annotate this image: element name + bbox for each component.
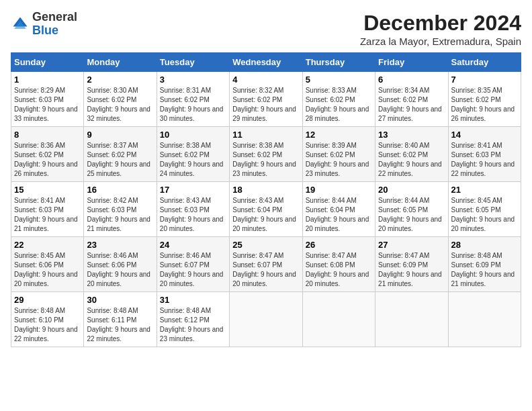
weekday-header-row: SundayMondayTuesdayWednesdayThursdayFrid… bbox=[11, 53, 521, 72]
calendar-cell bbox=[448, 292, 521, 347]
calendar-cell: 21 Sunrise: 8:45 AM Sunset: 6:05 PM Dayl… bbox=[448, 182, 521, 237]
logo-icon bbox=[11, 15, 30, 34]
day-number: 14 bbox=[451, 130, 518, 140]
day-number: 6 bbox=[378, 75, 445, 85]
calendar-cell: 7 Sunrise: 8:35 AM Sunset: 6:02 PM Dayli… bbox=[448, 72, 521, 127]
calendar-cell: 28 Sunrise: 8:48 AM Sunset: 6:09 PM Dayl… bbox=[448, 237, 521, 292]
day-info: Sunrise: 8:46 AM Sunset: 6:06 PM Dayligh… bbox=[87, 251, 153, 289]
day-info: Sunrise: 8:38 AM Sunset: 6:02 PM Dayligh… bbox=[160, 141, 226, 179]
weekday-header-tuesday: Tuesday bbox=[157, 53, 229, 72]
calendar-cell: 14 Sunrise: 8:41 AM Sunset: 6:03 PM Dayl… bbox=[448, 127, 521, 182]
day-number: 3 bbox=[160, 75, 226, 85]
day-number: 31 bbox=[160, 295, 226, 305]
calendar-cell: 2 Sunrise: 8:30 AM Sunset: 6:02 PM Dayli… bbox=[84, 72, 157, 127]
calendar-week-4: 22 Sunrise: 8:45 AM Sunset: 6:06 PM Dayl… bbox=[11, 237, 521, 292]
title-block: December 2024 Zarza la Mayor, Extremadur… bbox=[360, 11, 521, 47]
day-info: Sunrise: 8:42 AM Sunset: 6:03 PM Dayligh… bbox=[87, 196, 153, 234]
calendar-cell: 6 Sunrise: 8:34 AM Sunset: 6:02 PM Dayli… bbox=[375, 72, 448, 127]
calendar-cell: 29 Sunrise: 8:48 AM Sunset: 6:10 PM Dayl… bbox=[11, 292, 84, 347]
weekday-header-thursday: Thursday bbox=[302, 53, 375, 72]
calendar-cell: 19 Sunrise: 8:44 AM Sunset: 6:04 PM Dayl… bbox=[302, 182, 375, 237]
day-number: 5 bbox=[306, 75, 372, 85]
calendar-cell: 18 Sunrise: 8:43 AM Sunset: 6:04 PM Dayl… bbox=[230, 182, 302, 237]
day-number: 15 bbox=[14, 185, 81, 195]
day-number: 20 bbox=[378, 185, 445, 195]
day-info: Sunrise: 8:41 AM Sunset: 6:03 PM Dayligh… bbox=[14, 196, 81, 234]
day-info: Sunrise: 8:34 AM Sunset: 6:02 PM Dayligh… bbox=[378, 86, 445, 124]
day-number: 27 bbox=[378, 240, 445, 250]
day-number: 8 bbox=[14, 130, 81, 140]
calendar-cell: 27 Sunrise: 8:47 AM Sunset: 6:09 PM Dayl… bbox=[375, 237, 448, 292]
logo-general-text: General bbox=[32, 10, 77, 24]
calendar-cell: 30 Sunrise: 8:48 AM Sunset: 6:11 PM Dayl… bbox=[84, 292, 157, 347]
day-info: Sunrise: 8:39 AM Sunset: 6:02 PM Dayligh… bbox=[306, 141, 372, 179]
calendar-cell: 23 Sunrise: 8:46 AM Sunset: 6:06 PM Dayl… bbox=[84, 237, 157, 292]
day-number: 2 bbox=[87, 75, 153, 85]
day-number: 17 bbox=[160, 185, 226, 195]
day-info: Sunrise: 8:43 AM Sunset: 6:03 PM Dayligh… bbox=[160, 196, 226, 234]
day-number: 9 bbox=[87, 130, 153, 140]
month-year-title: December 2024 bbox=[360, 11, 521, 36]
day-number: 23 bbox=[87, 240, 153, 250]
day-number: 4 bbox=[232, 75, 299, 85]
location-text: Zarza la Mayor, Extremadura, Spain bbox=[360, 36, 521, 47]
calendar-week-2: 8 Sunrise: 8:36 AM Sunset: 6:02 PM Dayli… bbox=[11, 127, 521, 182]
day-number: 12 bbox=[306, 130, 372, 140]
day-number: 30 bbox=[87, 295, 153, 305]
day-number: 22 bbox=[14, 240, 81, 250]
day-info: Sunrise: 8:48 AM Sunset: 6:09 PM Dayligh… bbox=[451, 251, 518, 289]
day-number: 7 bbox=[451, 75, 518, 85]
calendar-week-1: 1 Sunrise: 8:29 AM Sunset: 6:03 PM Dayli… bbox=[11, 72, 521, 127]
day-info: Sunrise: 8:47 AM Sunset: 6:07 PM Dayligh… bbox=[232, 251, 299, 289]
calendar-cell: 17 Sunrise: 8:43 AM Sunset: 6:03 PM Dayl… bbox=[157, 182, 229, 237]
calendar-cell: 1 Sunrise: 8:29 AM Sunset: 6:03 PM Dayli… bbox=[11, 72, 84, 127]
day-info: Sunrise: 8:30 AM Sunset: 6:02 PM Dayligh… bbox=[87, 86, 153, 124]
day-number: 21 bbox=[451, 185, 518, 195]
day-info: Sunrise: 8:35 AM Sunset: 6:02 PM Dayligh… bbox=[451, 86, 518, 124]
day-info: Sunrise: 8:33 AM Sunset: 6:02 PM Dayligh… bbox=[306, 86, 372, 124]
weekday-header-wednesday: Wednesday bbox=[230, 53, 302, 72]
day-number: 26 bbox=[306, 240, 372, 250]
calendar-cell: 22 Sunrise: 8:45 AM Sunset: 6:06 PM Dayl… bbox=[11, 237, 84, 292]
page-header: General Blue December 2024 Zarza la Mayo… bbox=[11, 11, 521, 47]
day-info: Sunrise: 8:47 AM Sunset: 6:09 PM Dayligh… bbox=[378, 251, 445, 289]
day-info: Sunrise: 8:41 AM Sunset: 6:03 PM Dayligh… bbox=[451, 141, 518, 179]
weekday-header-friday: Friday bbox=[375, 53, 448, 72]
calendar-cell: 25 Sunrise: 8:47 AM Sunset: 6:07 PM Dayl… bbox=[230, 237, 302, 292]
calendar-cell: 16 Sunrise: 8:42 AM Sunset: 6:03 PM Dayl… bbox=[84, 182, 157, 237]
calendar-week-5: 29 Sunrise: 8:48 AM Sunset: 6:10 PM Dayl… bbox=[11, 292, 521, 347]
calendar-week-3: 15 Sunrise: 8:41 AM Sunset: 6:03 PM Dayl… bbox=[11, 182, 521, 237]
logo-blue-text: Blue bbox=[32, 24, 58, 37]
day-info: Sunrise: 8:48 AM Sunset: 6:12 PM Dayligh… bbox=[160, 306, 226, 344]
calendar-cell bbox=[302, 292, 375, 347]
day-number: 19 bbox=[306, 185, 372, 195]
day-info: Sunrise: 8:44 AM Sunset: 6:04 PM Dayligh… bbox=[306, 196, 372, 234]
calendar-cell: 26 Sunrise: 8:47 AM Sunset: 6:08 PM Dayl… bbox=[302, 237, 375, 292]
day-number: 1 bbox=[14, 75, 81, 85]
day-info: Sunrise: 8:31 AM Sunset: 6:02 PM Dayligh… bbox=[160, 86, 226, 124]
weekday-header-saturday: Saturday bbox=[448, 53, 521, 72]
day-info: Sunrise: 8:45 AM Sunset: 6:06 PM Dayligh… bbox=[14, 251, 81, 289]
day-info: Sunrise: 8:37 AM Sunset: 6:02 PM Dayligh… bbox=[87, 141, 153, 179]
day-info: Sunrise: 8:36 AM Sunset: 6:02 PM Dayligh… bbox=[14, 141, 81, 179]
day-info: Sunrise: 8:45 AM Sunset: 6:05 PM Dayligh… bbox=[451, 196, 518, 234]
day-number: 25 bbox=[232, 240, 299, 250]
calendar-cell: 10 Sunrise: 8:38 AM Sunset: 6:02 PM Dayl… bbox=[157, 127, 229, 182]
calendar-cell: 13 Sunrise: 8:40 AM Sunset: 6:02 PM Dayl… bbox=[375, 127, 448, 182]
day-info: Sunrise: 8:44 AM Sunset: 6:05 PM Dayligh… bbox=[378, 196, 445, 234]
day-info: Sunrise: 8:29 AM Sunset: 6:03 PM Dayligh… bbox=[14, 86, 81, 124]
calendar-table: SundayMondayTuesdayWednesdayThursdayFrid… bbox=[11, 52, 521, 347]
day-number: 16 bbox=[87, 185, 153, 195]
calendar-cell bbox=[230, 292, 302, 347]
day-number: 13 bbox=[378, 130, 445, 140]
calendar-cell: 20 Sunrise: 8:44 AM Sunset: 6:05 PM Dayl… bbox=[375, 182, 448, 237]
day-info: Sunrise: 8:40 AM Sunset: 6:02 PM Dayligh… bbox=[378, 141, 445, 179]
day-number: 18 bbox=[232, 185, 299, 195]
day-info: Sunrise: 8:38 AM Sunset: 6:02 PM Dayligh… bbox=[232, 141, 299, 179]
calendar-cell: 8 Sunrise: 8:36 AM Sunset: 6:02 PM Dayli… bbox=[11, 127, 84, 182]
day-info: Sunrise: 8:48 AM Sunset: 6:10 PM Dayligh… bbox=[14, 306, 81, 344]
calendar-cell: 31 Sunrise: 8:48 AM Sunset: 6:12 PM Dayl… bbox=[157, 292, 229, 347]
day-info: Sunrise: 8:46 AM Sunset: 6:07 PM Dayligh… bbox=[160, 251, 226, 289]
day-number: 10 bbox=[160, 130, 226, 140]
day-number: 28 bbox=[451, 240, 518, 250]
